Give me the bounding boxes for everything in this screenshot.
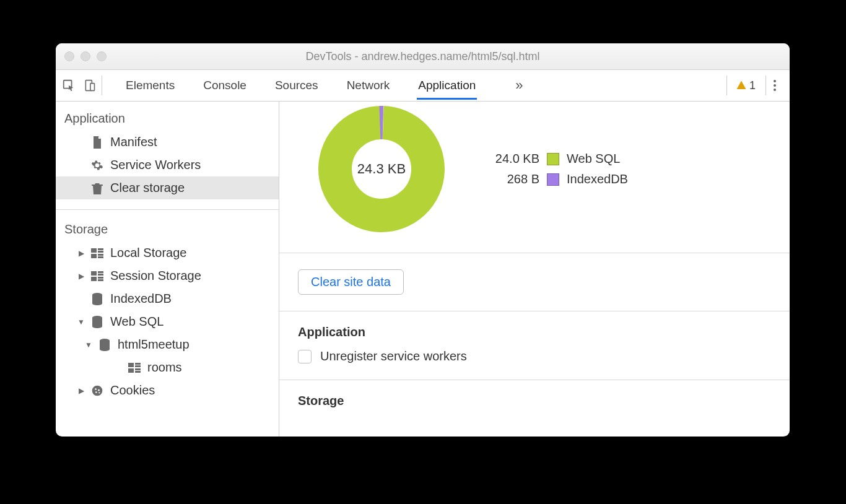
legend-value: 24.0 KB [484, 152, 539, 166]
sidebar-item-cookies[interactable]: ▶ Cookies [56, 379, 279, 402]
sidebar-group-application: Application [56, 102, 279, 131]
sidebar-item-label: html5meetup [118, 337, 190, 352]
svg-rect-11 [98, 256, 103, 258]
svg-rect-7 [98, 248, 103, 250]
tab-application[interactable]: Application [417, 71, 477, 100]
close-icon[interactable] [64, 51, 74, 61]
storage-total: 24.3 KB [316, 104, 447, 234]
table-icon [128, 363, 141, 373]
zoom-icon[interactable] [97, 51, 107, 61]
unregister-sw-row: Unregister service workers [279, 349, 790, 380]
document-icon [90, 136, 104, 149]
svg-rect-12 [91, 271, 97, 276]
warnings-badge[interactable]: 1 [736, 79, 756, 92]
svg-point-31 [98, 392, 100, 393]
svg-rect-6 [91, 248, 97, 253]
window-title: DevTools - andrew.hedges.name/html5/sql.… [56, 50, 790, 63]
svg-rect-17 [98, 279, 103, 281]
svg-rect-15 [91, 277, 97, 281]
sidebar-item-service-workers[interactable]: Service Workers [56, 154, 279, 176]
unregister-sw-label: Unregister service workers [320, 349, 467, 363]
sidebar-item-clear-storage[interactable]: Clear storage [56, 176, 279, 199]
chevron-right-icon: ▶ [78, 386, 84, 395]
sidebar-divider [56, 199, 279, 210]
devtools-tabs: Elements Console Sources Network Applica… [113, 71, 722, 100]
svg-point-3 [774, 80, 776, 82]
storage-grid-icon [90, 271, 104, 281]
svg-rect-23 [135, 365, 141, 367]
svg-rect-26 [135, 371, 141, 373]
legend-row-indexeddb: 268 B IndexedDB [484, 172, 628, 186]
sidebar-item-websql-table[interactable]: rooms [56, 356, 279, 379]
window-controls [56, 51, 107, 61]
chevron-down-icon: ▼ [78, 318, 84, 326]
storage-grid-icon [90, 248, 104, 258]
more-options-icon[interactable] [765, 76, 783, 95]
application-sidebar: Application Manifest Service Workers [56, 102, 279, 437]
svg-point-5 [774, 89, 776, 91]
sidebar-item-label: Clear storage [110, 181, 185, 195]
storage-usage-chart: 24.3 KB [316, 104, 447, 234]
section-heading-application: Application [279, 311, 790, 349]
svg-rect-2 [90, 84, 95, 91]
section-heading-storage: Storage [279, 380, 790, 418]
toolbar-left [62, 76, 102, 95]
legend-swatch [547, 173, 559, 186]
titlebar: DevTools - andrew.hedges.name/html5/sql.… [56, 43, 790, 70]
svg-rect-21 [128, 363, 134, 367]
svg-point-27 [92, 385, 103, 396]
sidebar-item-label: Local Storage [110, 246, 186, 260]
warnings-count: 1 [749, 79, 756, 92]
devtools-window: DevTools - andrew.hedges.name/html5/sql.… [56, 43, 790, 437]
tab-elements[interactable]: Elements [124, 71, 176, 100]
clear-storage-panel: 24.3 KB 24.0 KB Web SQL 268 B IndexedDB [279, 102, 790, 437]
sidebar-item-indexeddb[interactable]: IndexedDB [56, 287, 279, 310]
sidebar-item-manifest[interactable]: Manifest [56, 131, 279, 154]
svg-rect-13 [98, 271, 103, 273]
clear-site-data-row: Clear site data [279, 253, 790, 311]
legend-row-websql: 24.0 KB Web SQL [484, 152, 628, 166]
minimize-icon[interactable] [81, 51, 90, 61]
sidebar-item-label: Manifest [110, 135, 157, 149]
devtools-body: Application Manifest Service Workers [56, 102, 790, 437]
sidebar-group-storage: Storage [56, 212, 279, 241]
gear-icon [90, 159, 104, 172]
legend-value: 268 B [484, 172, 539, 186]
sidebar-item-websql-db[interactable]: ▼ html5meetup [56, 333, 279, 356]
legend-label: IndexedDB [567, 172, 628, 186]
unregister-sw-checkbox[interactable] [298, 350, 312, 363]
svg-point-28 [95, 388, 97, 390]
svg-rect-9 [91, 254, 97, 258]
sidebar-item-local-storage[interactable]: ▶ Local Storage [56, 241, 279, 264]
sidebar-item-websql[interactable]: ▼ Web SQL [56, 310, 279, 333]
tab-console[interactable]: Console [202, 71, 248, 100]
sidebar-item-label: rooms [147, 360, 182, 375]
tab-network[interactable]: Network [346, 71, 391, 100]
devtools-tabsbar: Elements Console Sources Network Applica… [56, 70, 790, 102]
sidebar-item-label: Cookies [110, 383, 155, 398]
sidebar-item-label: Web SQL [110, 315, 164, 329]
sidebar-item-label: Session Storage [110, 269, 201, 283]
cookie-icon [90, 385, 104, 397]
svg-rect-14 [98, 274, 103, 276]
inspect-element-icon[interactable] [62, 79, 76, 92]
sidebar-item-session-storage[interactable]: ▶ Session Storage [56, 264, 279, 287]
database-icon [90, 293, 104, 305]
svg-rect-22 [135, 363, 141, 365]
database-icon [90, 316, 104, 328]
storage-legend: 24.0 KB Web SQL 268 B IndexedDB [484, 152, 628, 186]
svg-rect-25 [135, 368, 141, 370]
svg-point-4 [774, 84, 776, 87]
clear-site-data-button[interactable]: Clear site data [298, 269, 404, 295]
svg-point-29 [98, 389, 100, 391]
chevron-down-icon: ▼ [85, 341, 92, 349]
svg-rect-16 [98, 277, 103, 279]
storage-usage-row: 24.3 KB 24.0 KB Web SQL 268 B IndexedDB [279, 102, 790, 253]
svg-point-30 [95, 391, 97, 393]
device-toolbar-icon[interactable] [83, 79, 97, 92]
toolbar-right: 1 [726, 76, 783, 95]
tabs-overflow-icon[interactable]: » [515, 77, 523, 93]
tab-sources[interactable]: Sources [274, 71, 320, 100]
legend-swatch [547, 153, 559, 165]
database-icon [98, 339, 111, 351]
